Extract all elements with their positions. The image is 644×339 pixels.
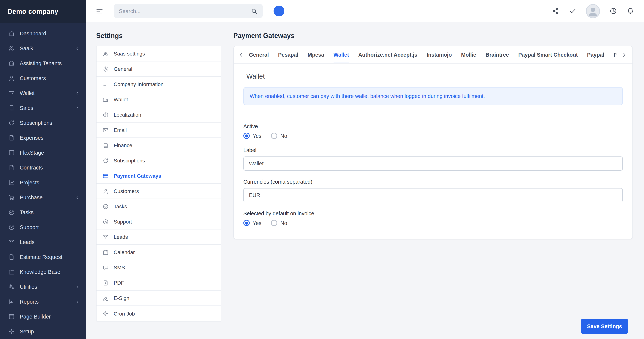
sidebar-item-subscriptions[interactable]: Subscriptions: [0, 115, 86, 130]
settings-item-e-sign[interactable]: E-Sign: [96, 291, 221, 306]
radio-checked-icon[interactable]: [243, 133, 250, 139]
sidebar-header: Demo company: [0, 0, 86, 23]
clock-icon[interactable]: [609, 7, 617, 15]
check-circle-icon: [8, 209, 15, 216]
settings-item-leads[interactable]: Leads: [96, 230, 221, 245]
sidebar-item-reports[interactable]: Reports: [0, 294, 86, 309]
sidebar-item-projects[interactable]: Projects: [0, 175, 86, 190]
currencies-input[interactable]: [243, 188, 623, 202]
settings-item-email[interactable]: Email: [96, 123, 221, 138]
main-area: Settings Saas settings General Company I…: [86, 0, 644, 339]
settings-item-payment-gateways[interactable]: Payment Gateways: [96, 168, 221, 184]
credit-card-icon: [102, 173, 109, 179]
sidebar-item-label: Dashboard: [20, 30, 46, 36]
settings-item-support[interactable]: Support: [96, 214, 221, 230]
user-icon: [102, 188, 109, 194]
sidebar-item-saas[interactable]: SaaS: [0, 41, 86, 56]
sidebar-item-setup[interactable]: Setup: [0, 324, 86, 339]
settings-item-finance[interactable]: Finance: [96, 138, 221, 153]
settings-title: Settings: [96, 32, 222, 40]
gateway-tabs: General Pesapal Mpesa Wallet Authorize.n…: [249, 46, 616, 63]
currencies-label: Currencies (coma separated): [243, 179, 623, 185]
sidebar-item-estimate-request[interactable]: Estimate Request: [0, 250, 86, 265]
bell-icon[interactable]: [626, 7, 634, 15]
globe-icon: [102, 112, 109, 118]
sidebar-nav: Dashboard SaaS Assisting Tenants Custome…: [0, 23, 86, 339]
sidebar-item-tasks[interactable]: Tasks: [0, 205, 86, 220]
settings-item-label: General: [114, 66, 132, 72]
mail-icon: [102, 127, 109, 133]
file-blank-icon: [8, 254, 15, 260]
bank-icon: [8, 60, 15, 67]
radio-unchecked-icon[interactable]: [271, 220, 278, 226]
settings-item-wallet[interactable]: Wallet: [96, 92, 221, 107]
funnel-icon: [8, 239, 15, 246]
quick-add-button[interactable]: [274, 5, 284, 16]
sidebar-item-purchase[interactable]: Purchase: [0, 190, 86, 205]
avatar[interactable]: [586, 4, 600, 18]
sidebar-item-label: Sales: [20, 105, 33, 111]
sidebar-item-label: Assisting Tenants: [20, 60, 62, 66]
active-yes-option[interactable]: Yes: [243, 133, 262, 139]
tab-mpesa[interactable]: Mpesa: [308, 46, 324, 63]
topbar: [86, 0, 644, 22]
label-input[interactable]: [243, 156, 623, 171]
sidebar-item-leads[interactable]: Leads: [0, 235, 86, 250]
sidebar-item-support[interactable]: Support: [0, 220, 86, 235]
tab-payu-m[interactable]: PayU M: [614, 46, 616, 63]
sidebar-item-dashboard[interactable]: Dashboard: [0, 26, 86, 41]
save-settings-button[interactable]: Save Settings: [581, 319, 628, 334]
tab-general[interactable]: General: [249, 46, 269, 63]
x-circle-icon: [102, 219, 109, 225]
sidebar-item-wallet[interactable]: Wallet: [0, 86, 86, 101]
settings-item-general[interactable]: General: [96, 61, 221, 77]
tab-authorize-net-accept-js[interactable]: Authorize.net Accept.js: [358, 46, 418, 63]
tab-instamojo[interactable]: Instamojo: [426, 46, 452, 63]
settings-item-saas-settings[interactable]: Saas settings: [96, 46, 221, 61]
sidebar-item-knowledge-base[interactable]: Knowledge Base: [0, 265, 86, 279]
default-yes-option[interactable]: Yes: [243, 220, 262, 226]
default-no-option[interactable]: No: [271, 220, 287, 226]
wallet-icon: [8, 90, 15, 96]
sidebar-item-flexstage[interactable]: FlexStage: [0, 145, 86, 160]
sidebar-item-customers[interactable]: Customers: [0, 71, 86, 86]
settings-item-customers[interactable]: Customers: [96, 184, 221, 199]
settings-item-company-information[interactable]: Company Information: [96, 77, 221, 92]
sidebar-item-page-builder[interactable]: Page Builder: [0, 309, 86, 324]
settings-item-localization[interactable]: Localization: [96, 107, 221, 123]
settings-item-cron-job[interactable]: Cron Job: [96, 306, 221, 321]
tab-paypal[interactable]: Paypal: [587, 46, 604, 63]
settings-item-tasks[interactable]: Tasks: [96, 199, 221, 214]
search-input[interactable]: [119, 8, 251, 14]
sidebar-item-contracts[interactable]: Contracts: [0, 160, 86, 175]
tab-braintree[interactable]: Braintree: [486, 46, 509, 63]
tab-wallet[interactable]: Wallet: [334, 46, 349, 63]
tab-label: Pesapal: [278, 52, 298, 58]
menu-toggle-icon[interactable]: [96, 7, 104, 15]
tab-mollie[interactable]: Mollie: [461, 46, 476, 63]
sidebar-item-sales[interactable]: Sales: [0, 101, 86, 115]
tabs-scroll-left-button[interactable]: [238, 51, 245, 58]
tab-paypal-smart-checkout[interactable]: Paypal Smart Checkout: [518, 46, 578, 63]
settings-item-sms[interactable]: SMS: [96, 260, 221, 275]
settings-panel: Settings Saas settings General Company I…: [96, 32, 222, 339]
tab-label: Authorize.net Accept.js: [358, 52, 418, 58]
radio-checked-icon[interactable]: [243, 220, 250, 226]
sidebar-item-expenses[interactable]: Expenses: [0, 130, 86, 145]
active-no-option[interactable]: No: [271, 133, 287, 139]
file-text-icon: [8, 134, 15, 141]
settings-item-pdf[interactable]: PDF: [96, 275, 221, 291]
check-icon[interactable]: [569, 7, 576, 15]
tab-pesapal[interactable]: Pesapal: [278, 46, 298, 63]
settings-item-calendar[interactable]: Calendar: [96, 245, 221, 260]
sidebar-item-assisting-tenants[interactable]: Assisting Tenants: [0, 56, 86, 71]
share-icon[interactable]: [552, 7, 560, 15]
sidebar-item-utilities[interactable]: Utilities: [0, 279, 86, 294]
chevron-left-icon: [75, 285, 80, 289]
info-alert: When enabled, customer can pay with ther…: [243, 87, 623, 105]
tabs-scroll-right-button[interactable]: [620, 51, 628, 58]
settings-item-label: Cron Job: [114, 311, 135, 317]
settings-item-subscriptions[interactable]: Subscriptions: [96, 153, 221, 168]
sidebar-item-label: Page Builder: [20, 314, 51, 320]
radio-unchecked-icon[interactable]: [271, 133, 278, 139]
